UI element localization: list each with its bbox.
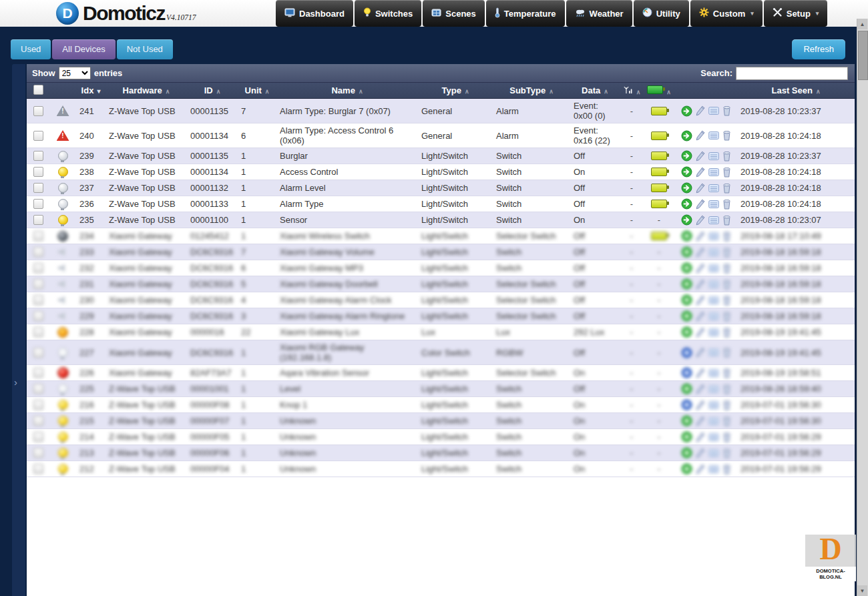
refresh-button[interactable]: Refresh <box>792 39 845 59</box>
edit-pencil-icon[interactable] <box>696 151 705 162</box>
scroll-down-button[interactable]: ▼ <box>857 585 867 596</box>
column-header-name[interactable]: Name∧ <box>276 83 418 99</box>
edit-pencil-icon[interactable] <box>696 167 705 178</box>
edit-pencil-icon[interactable] <box>696 368 705 378</box>
row-checkbox[interactable] <box>33 400 43 410</box>
log-icon[interactable] <box>708 248 719 257</box>
set-level-arrow-icon[interactable] <box>681 383 692 394</box>
delete-trash-icon[interactable] <box>722 247 731 258</box>
edit-pencil-icon[interactable] <box>696 347 705 358</box>
side-panel-expand-arrow[interactable]: › <box>14 376 17 388</box>
delete-trash-icon[interactable] <box>722 384 731 394</box>
row-checkbox[interactable] <box>33 151 43 161</box>
row-checkbox[interactable] <box>33 183 43 193</box>
delete-trash-icon[interactable] <box>722 400 731 410</box>
column-header-hardware[interactable]: Hardware∧ <box>105 83 187 99</box>
set-level-arrow-icon[interactable] <box>681 198 692 210</box>
row-checkbox[interactable] <box>33 416 43 426</box>
set-level-arrow-icon[interactable] <box>681 347 692 358</box>
delete-trash-icon[interactable] <box>722 215 731 226</box>
log-icon[interactable] <box>708 348 719 357</box>
delete-trash-icon[interactable] <box>722 105 731 116</box>
log-icon[interactable] <box>708 264 719 273</box>
row-checkbox[interactable] <box>33 279 43 289</box>
log-icon[interactable] <box>708 152 719 161</box>
edit-pencil-icon[interactable] <box>696 183 705 194</box>
edit-pencil-icon[interactable] <box>696 199 705 210</box>
edit-pencil-icon[interactable] <box>696 215 705 226</box>
column-header-lastseen[interactable]: Last Seen∧ <box>737 83 855 99</box>
set-level-arrow-icon[interactable] <box>681 166 692 178</box>
row-checkbox[interactable] <box>33 384 43 394</box>
set-level-arrow-icon[interactable] <box>681 182 692 194</box>
column-header-id[interactable]: ID∧ <box>187 83 238 99</box>
set-level-arrow-icon[interactable] <box>681 310 692 322</box>
log-icon[interactable] <box>708 296 719 305</box>
delete-trash-icon[interactable] <box>722 347 731 358</box>
edit-pencil-icon[interactable] <box>696 432 705 442</box>
row-checkbox[interactable] <box>33 167 43 177</box>
edit-pencil-icon[interactable] <box>696 327 705 338</box>
set-level-arrow-icon[interactable] <box>681 415 692 426</box>
log-icon[interactable] <box>708 131 719 140</box>
vertical-scrollbar[interactable]: ▲ ▼ <box>857 19 868 596</box>
row-checkbox[interactable] <box>33 215 43 225</box>
set-level-arrow-icon[interactable] <box>681 326 692 338</box>
set-level-arrow-icon[interactable] <box>681 130 692 141</box>
log-icon[interactable] <box>708 432 719 442</box>
row-checkbox[interactable] <box>33 295 43 305</box>
delete-trash-icon[interactable] <box>722 183 731 194</box>
delete-trash-icon[interactable] <box>722 263 731 274</box>
nav-custom[interactable]: Custom▾ <box>690 0 763 27</box>
log-icon[interactable] <box>708 328 719 337</box>
row-checkbox[interactable] <box>33 311 43 321</box>
delete-trash-icon[interactable] <box>722 295 731 306</box>
column-header-idx[interactable]: Idx▾ <box>76 83 105 99</box>
set-level-arrow-icon[interactable] <box>681 399 692 410</box>
log-icon[interactable] <box>708 400 719 410</box>
edit-pencil-icon[interactable] <box>696 464 705 475</box>
log-icon[interactable] <box>708 449 719 458</box>
scrollbar-thumb[interactable] <box>858 31 868 80</box>
column-header-battery[interactable]: ∧ <box>644 83 674 99</box>
set-level-arrow-icon[interactable] <box>681 278 692 290</box>
row-checkbox[interactable] <box>33 464 43 474</box>
delete-trash-icon[interactable] <box>722 279 731 290</box>
log-icon[interactable] <box>708 465 719 474</box>
edit-pencil-icon[interactable] <box>696 105 705 116</box>
log-icon[interactable] <box>708 368 719 378</box>
tab-not-used[interactable]: Not Used <box>117 39 173 59</box>
delete-trash-icon[interactable] <box>722 448 731 459</box>
log-icon[interactable] <box>708 184 719 193</box>
edit-pencil-icon[interactable] <box>696 311 705 322</box>
scroll-up-button[interactable]: ▲ <box>857 19 867 29</box>
delete-trash-icon[interactable] <box>722 311 731 322</box>
log-icon[interactable] <box>708 216 719 225</box>
edit-pencil-icon[interactable] <box>696 448 705 459</box>
delete-trash-icon[interactable] <box>722 416 731 426</box>
delete-trash-icon[interactable] <box>722 368 731 378</box>
set-level-arrow-icon[interactable] <box>681 230 692 242</box>
set-level-arrow-icon[interactable] <box>681 246 692 258</box>
row-checkbox[interactable] <box>33 263 43 273</box>
row-checkbox[interactable] <box>33 327 43 337</box>
edit-pencil-icon[interactable] <box>696 384 705 394</box>
log-icon[interactable] <box>708 384 719 394</box>
set-level-arrow-icon[interactable] <box>681 367 692 378</box>
log-icon[interactable] <box>708 280 719 289</box>
log-icon[interactable] <box>708 416 719 426</box>
row-checkbox[interactable] <box>33 199 43 209</box>
nav-setup[interactable]: Setup▾ <box>764 0 828 27</box>
set-level-arrow-icon[interactable] <box>681 431 692 442</box>
set-level-arrow-icon[interactable] <box>681 214 692 226</box>
set-level-arrow-icon[interactable] <box>681 463 692 475</box>
delete-trash-icon[interactable] <box>722 327 731 338</box>
search-input[interactable] <box>736 67 848 80</box>
nav-switches[interactable]: Switches <box>355 0 421 27</box>
edit-pencil-icon[interactable] <box>696 279 705 290</box>
nav-dashboard[interactable]: Dashboard <box>276 0 353 27</box>
row-checkbox[interactable] <box>33 348 43 358</box>
edit-pencil-icon[interactable] <box>696 130 705 141</box>
row-checkbox[interactable] <box>33 131 43 141</box>
select-all-checkbox[interactable] <box>33 85 43 95</box>
